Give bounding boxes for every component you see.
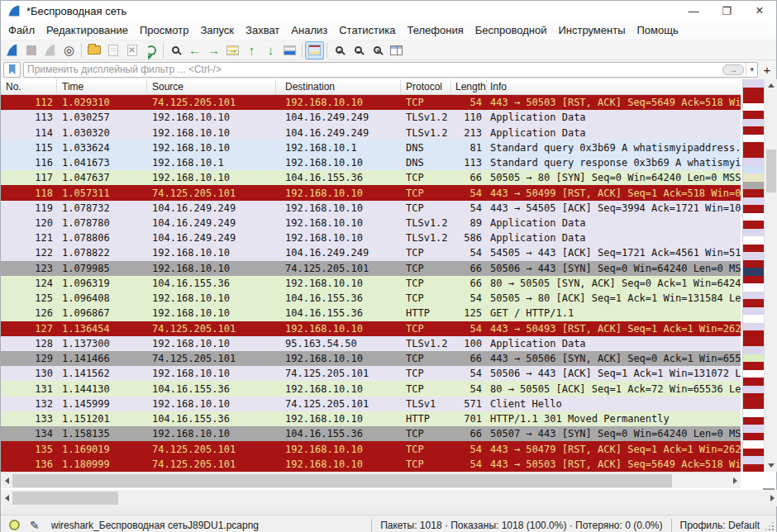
previous-packet-button[interactable]: ← [185,41,204,59]
menu-файл[interactable]: Файл [2,21,41,39]
resize-columns-button[interactable] [387,41,406,59]
column-header-protocol[interactable]: Protocol [401,79,451,94]
packet-row[interactable]: 1261.096867192.168.10.10104.16.155.36HTT… [1,306,741,321]
menu-телефония[interactable]: Телефония [401,21,469,39]
packet-row[interactable]: 1301.141562192.168.10.1074.125.205.101TC… [1,366,741,381]
packet-row[interactable]: 1251.096408192.168.10.10104.16.155.36TCP… [1,291,741,306]
horizontal-scroll-thumb[interactable] [12,492,118,505]
packet-list-horizontal-scrollbar[interactable] [1,472,741,488]
packet-row[interactable]: 1341.158135192.168.10.10104.16.155.36TCP… [1,426,741,441]
packet-row[interactable]: 1231.079985192.168.10.1074.125.205.101TC… [1,261,741,276]
scroll-right-arrow[interactable] [766,490,777,506]
scroll-left-arrow[interactable] [1,490,12,506]
colorize-packets-button[interactable] [305,41,324,59]
menu-беспроводной[interactable]: Беспроводной [470,21,553,39]
save-file-button[interactable] [103,41,122,59]
add-filter-button[interactable]: + [760,63,774,77]
close-button[interactable]: × [743,1,776,21]
packet-row[interactable]: 1291.14146674.125.205.101192.168.10.10TC… [1,351,741,366]
packet-row[interactable]: 1181.05731174.125.205.101192.168.10.10TC… [1,185,741,200]
expert-info-icon[interactable] [9,520,20,530]
packet-row[interactable]: 1331.151201104.16.155.36192.168.10.10HTT… [1,411,741,426]
packet-row[interactable]: 1351.16901974.125.205.101192.168.10.10TC… [1,441,741,456]
capture-comment-icon[interactable]: ✎ [30,519,40,532]
zoom-out-button[interactable]: − [349,41,368,59]
column-header-source[interactable]: Source [147,79,276,94]
menu-инструменты[interactable]: Инструменты [552,21,631,39]
packet-row[interactable]: 1121.02931074.125.205.101192.168.10.10TC… [1,95,741,110]
stop-capture-button[interactable] [21,41,41,59]
packet-row[interactable]: 1361.18099974.125.205.101192.168.10.10TC… [1,457,741,472]
auto-scroll-button[interactable] [280,41,299,59]
column-header-length[interactable]: Length [451,79,487,94]
packet-row[interactable]: 1211.078806104.16.249.249192.168.10.10TL… [1,230,741,245]
packet-row[interactable]: 1131.030257192.168.10.10104.16.249.249TL… [1,110,741,125]
open-file-button[interactable] [84,41,103,59]
packet-row[interactable]: 1151.033624192.168.10.10192.168.10.1DNS8… [1,140,741,155]
close-file-button[interactable]: ✕ [122,41,141,59]
packet-row[interactable]: 1141.030320192.168.10.10104.16.249.249TL… [1,125,741,140]
minimap-stripe [743,166,764,174]
menu-запуск[interactable]: Запуск [194,21,240,39]
packet-row[interactable]: 1241.096319104.16.155.36192.168.10.10TCP… [1,276,741,291]
first-packet-button[interactable]: ↑ [242,41,261,59]
scroll-down-arrow[interactable] [765,459,777,472]
resize-grip[interactable] [766,519,775,532]
vertical-scroll-track[interactable] [765,92,777,459]
filter-bookmark-button[interactable] [3,62,21,78]
minimap-stripe [743,135,764,143]
column-header-time[interactable]: Time [57,79,147,94]
source-cell: 192.168.10.10 [147,398,276,410]
column-header-destination[interactable]: Destination [276,79,401,94]
packet-row[interactable]: 1171.047637192.168.10.10104.16.155.36TCP… [1,170,741,185]
profile-selector[interactable]: Профиль: Default [674,520,767,531]
zoom-in-button[interactable]: + [330,41,349,59]
minimap-stripe [743,229,764,237]
last-packet-button[interactable]: ↓ [261,41,280,59]
packet-row[interactable]: 1191.078732104.16.249.249192.168.10.10TC… [1,201,741,216]
display-filter-input[interactable] [24,64,722,75]
find-packet-button[interactable] [166,41,185,59]
start-capture-button[interactable] [2,41,21,59]
zoom-original-button[interactable]: 1 [368,41,387,59]
horizontal-scroll-thumb[interactable] [12,474,672,487]
column-header-info[interactable]: Info [487,79,741,94]
intelligent-scrollbar-minimap[interactable] [742,79,764,472]
apply-filter-button[interactable]: → [722,64,744,75]
packet-row[interactable]: 1311.144130104.16.155.36192.168.10.10TCP… [1,381,741,396]
horizontal-scroll-track[interactable] [12,490,766,506]
vertical-scrollbar[interactable] [764,79,777,472]
next-packet-button[interactable]: → [204,41,223,59]
reload-file-button[interactable] [141,41,160,59]
packet-row[interactable]: 1161.041673192.168.10.1192.168.10.10DNS1… [1,155,741,170]
menu-захват[interactable]: Захват [240,21,285,39]
horizontal-scroll-track[interactable] [12,473,729,488]
minimize-button[interactable]: — [677,1,710,21]
menu-просмотр[interactable]: Просмотр [134,21,194,39]
scroll-left-arrow[interactable] [1,473,12,488]
packet-row[interactable]: 1221.078822192.168.10.10104.16.249.249TC… [1,245,741,260]
menu-помощь[interactable]: Помощь [632,21,684,39]
menu-статистика[interactable]: Статистика [333,21,401,39]
scroll-up-arrow[interactable] [765,79,777,92]
maximize-button[interactable]: ❐ [710,1,743,21]
scroll-right-arrow[interactable] [729,473,741,488]
vertical-scroll-thumb[interactable] [766,150,776,192]
lower-horizontal-scrollbar[interactable] [1,490,777,506]
source-cell: 192.168.10.10 [147,428,276,439]
packet-row[interactable]: 1281.137300192.168.10.1095.163.54.50TLSv… [1,336,741,351]
source-cell: 74.125.205.101 [147,188,276,199]
filter-dropdown-caret[interactable]: ▾ [746,63,757,77]
time-cell: 1.079985 [57,263,147,274]
wireshark-window: *Беспроводная сеть — ❐ × ФайлРедактирова… [0,0,777,532]
packet-row[interactable]: 1201.078780104.16.249.249192.168.10.10TL… [1,216,741,230]
capture-options-button[interactable]: ◎ [60,41,79,59]
packet-row[interactable]: 1271.13645474.125.205.101192.168.10.10TC… [1,321,741,336]
pane-splitter-handle[interactable] [763,488,775,490]
menu-анализ[interactable]: Анализ [285,21,333,39]
column-header-no[interactable]: No. [1,79,57,94]
go-to-packet-button[interactable] [223,41,242,59]
packet-row[interactable]: 1321.145999192.168.10.1074.125.205.101TL… [1,397,741,411]
menu-редактирование[interactable]: Редактирование [41,21,134,39]
restart-capture-button[interactable] [41,41,60,59]
